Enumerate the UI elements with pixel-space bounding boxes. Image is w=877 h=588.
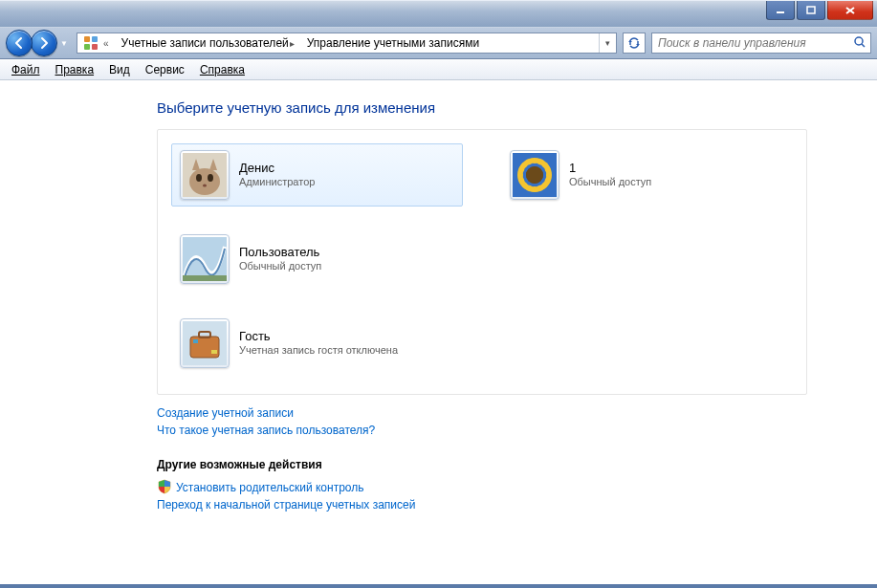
accounts-panel: ДенисАдминистратор1Обычный доступПользов… xyxy=(157,129,807,395)
breadcrumb-bar[interactable]: « Учетные записи пользователей ▸ Управле… xyxy=(77,33,617,54)
avatar xyxy=(510,150,559,200)
svg-line-9 xyxy=(862,44,865,47)
breadcrumb-segment-1[interactable]: Учетные записи пользователей ▸ xyxy=(116,33,301,53)
account-text: ПользовательОбычный доступ xyxy=(239,245,321,272)
svg-rect-6 xyxy=(84,44,90,50)
account-name: Пользователь xyxy=(239,245,321,259)
window-close-button[interactable] xyxy=(827,1,873,20)
back-button[interactable] xyxy=(6,30,33,56)
svg-point-14 xyxy=(203,185,207,187)
svg-rect-4 xyxy=(84,36,90,42)
account-tile[interactable]: ПользовательОбычный доступ xyxy=(171,228,463,291)
breadcrumb-segment-2[interactable]: Управление учетными записями xyxy=(301,33,483,53)
svg-rect-1 xyxy=(807,7,815,13)
svg-rect-5 xyxy=(92,36,98,42)
svg-point-8 xyxy=(855,37,863,45)
search-icon xyxy=(853,35,866,52)
account-tile[interactable]: ГостьУчетная запись гостя отключена xyxy=(171,312,793,375)
svg-rect-41 xyxy=(211,350,217,354)
avatar xyxy=(180,234,230,284)
menu-view[interactable]: Вид xyxy=(101,61,138,78)
link-create-account[interactable]: Создание учетной записи xyxy=(157,406,807,420)
link-parental-label: Установить родительский контроль xyxy=(176,481,364,494)
search-input[interactable] xyxy=(656,35,853,51)
menu-edit[interactable]: Правка xyxy=(48,61,102,78)
account-role: Учетная запись гостя отключена xyxy=(239,343,398,357)
svg-point-11 xyxy=(189,168,220,195)
svg-point-12 xyxy=(196,174,202,182)
content-area: Выберите учетную запись для изменения Де… xyxy=(0,80,877,584)
window-titlebar xyxy=(0,0,877,27)
refresh-button[interactable] xyxy=(623,33,646,54)
account-name: 1 xyxy=(569,161,651,175)
account-text: ДенисАдминистратор xyxy=(239,161,315,188)
menu-file[interactable]: Файл xyxy=(4,61,48,78)
window-border-bottom xyxy=(0,584,877,588)
link-parental-control[interactable]: Установить родительский контроль xyxy=(157,479,807,494)
svg-rect-0 xyxy=(777,11,784,13)
nav-history-dropdown[interactable]: ▼ xyxy=(57,34,71,52)
svg-rect-40 xyxy=(193,339,198,343)
minimize-icon xyxy=(776,6,785,15)
breadcrumb-label-2: Управление учетными записями xyxy=(307,36,479,50)
link-what-is-account[interactable]: Что такое учетная запись пользователя? xyxy=(157,424,807,437)
maximize-icon xyxy=(806,6,816,15)
menu-file-label: Файл xyxy=(11,63,40,76)
link-goto-accounts-home[interactable]: Переход к начальной странице учетных зап… xyxy=(157,498,807,512)
page-title: Выберите учетную запись для изменения xyxy=(157,99,807,116)
menu-help-label: Справка xyxy=(200,63,245,76)
forward-button[interactable] xyxy=(31,30,57,56)
avatar xyxy=(180,150,230,200)
nav-buttons: ▼ xyxy=(6,30,71,56)
close-icon xyxy=(844,6,856,15)
svg-rect-35 xyxy=(183,275,227,281)
arrow-left-icon xyxy=(12,36,26,50)
menu-view-label: Вид xyxy=(109,63,130,76)
arrow-right-icon xyxy=(37,36,51,50)
window-maximize-button[interactable] xyxy=(797,1,825,20)
svg-rect-7 xyxy=(92,44,98,50)
shield-icon xyxy=(157,479,172,494)
control-panel-icon xyxy=(83,35,99,51)
window-minimize-button[interactable] xyxy=(766,1,795,20)
navigation-row: ▼ « Учетные записи пользователей ▸ Управ… xyxy=(0,27,877,59)
menu-tools-label: Сервис xyxy=(145,63,185,76)
window-controls xyxy=(764,1,873,20)
svg-point-33 xyxy=(526,166,543,184)
search-box[interactable] xyxy=(651,33,871,54)
chevron-right-icon: ▸ xyxy=(289,38,297,49)
menu-edit-label: Правка xyxy=(55,63,95,76)
breadcrumb-prefix: « xyxy=(102,38,112,49)
svg-point-13 xyxy=(208,174,213,182)
menu-tools[interactable]: Сервис xyxy=(138,61,192,78)
account-role: Администратор xyxy=(239,175,315,188)
account-role: Обычный доступ xyxy=(569,175,651,188)
refresh-icon xyxy=(627,36,641,50)
account-text: 1Обычный доступ xyxy=(569,161,651,188)
menu-help[interactable]: Справка xyxy=(192,61,252,78)
avatar xyxy=(180,318,230,368)
account-name: Гость xyxy=(239,329,398,343)
address-dropdown[interactable]: ▾ xyxy=(599,33,616,53)
other-actions-heading: Другие возможные действия xyxy=(157,458,807,471)
account-tile[interactable]: ДенисАдминистратор xyxy=(171,143,463,207)
account-text: ГостьУчетная запись гостя отключена xyxy=(239,329,398,357)
account-role: Обычный доступ xyxy=(239,259,321,272)
account-tile[interactable]: 1Обычный доступ xyxy=(501,143,793,207)
menu-bar: Файл Правка Вид Сервис Справка xyxy=(0,59,877,80)
breadcrumb-label-1: Учетные записи пользователей xyxy=(121,36,289,50)
account-name: Денис xyxy=(239,161,315,175)
